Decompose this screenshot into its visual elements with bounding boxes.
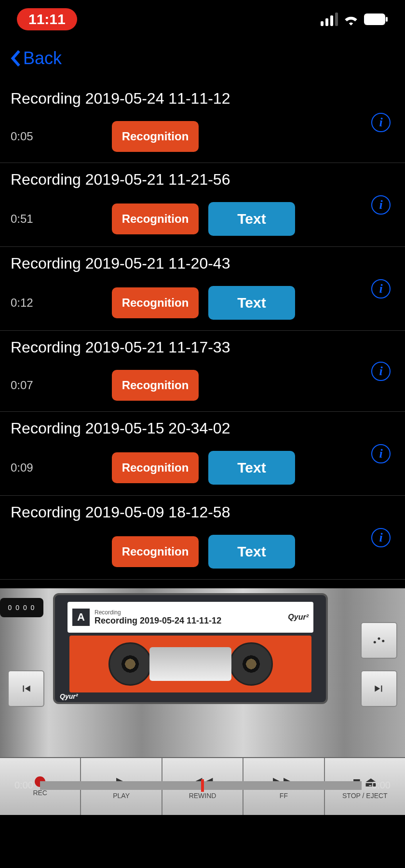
cassette: A Recording Recording 2019-05-24 11-11-1… (53, 593, 328, 704)
cassette-subtitle: Recording (94, 609, 288, 616)
back-label: Back (23, 48, 62, 68)
timeline-marker (201, 779, 204, 792)
svg-point-2 (374, 641, 376, 643)
recording-item[interactable]: Recording 2019-05-15 20-34-020:09Recogni… (0, 412, 405, 496)
text-button[interactable]: Text (208, 286, 295, 320)
text-button[interactable]: Text (208, 535, 295, 569)
timeline-track[interactable] (40, 781, 362, 790)
status-time: 11:11 (17, 8, 77, 30)
info-button[interactable]: i (371, 195, 391, 215)
battery-icon (364, 14, 388, 25)
recording-item[interactable]: Recording 2019-05-21 11-20-430:12Recogni… (0, 247, 405, 331)
recording-title: Recording 2019-05-21 11-20-43 (11, 255, 394, 272)
cassette-body (69, 636, 311, 692)
player-panel: 0 0 0 0 A Recording Recording 2019-05-24… (0, 588, 405, 757)
recording-item[interactable]: Recording 2019-05-21 11-21-560:51Recogni… (0, 163, 405, 247)
reel-left (108, 642, 152, 686)
recording-item[interactable]: Recording 2019-05-24 11-11-120:05Recogni… (0, 82, 405, 163)
recording-duration: 0:51 (11, 212, 107, 226)
recording-title: Recording 2019-05-21 11-17-33 (11, 339, 394, 356)
next-button[interactable] (361, 670, 397, 707)
sliders-icon (372, 633, 386, 648)
status-bar: 11:11 (0, 0, 405, 39)
recording-duration: 0:12 (11, 296, 107, 310)
info-button[interactable]: i (371, 113, 391, 132)
text-button[interactable]: Text (208, 451, 295, 485)
recording-item[interactable]: Recording 2019-05-21 11-17-330:07Recogni… (0, 331, 405, 412)
time-current: 0:00 (14, 780, 33, 791)
svg-point-3 (378, 637, 380, 640)
recording-title: Recording 2019-05-09 18-12-58 (11, 503, 394, 521)
mixer-button[interactable] (361, 622, 397, 659)
cassette-label: A Recording Recording 2019-05-24 11-11-1… (68, 602, 313, 633)
skip-next-icon (373, 682, 385, 695)
recording-duration: 0:09 (11, 461, 107, 475)
skip-prev-icon (20, 682, 32, 695)
cassette-window (149, 647, 231, 681)
svg-rect-1 (386, 17, 388, 22)
recognition-button[interactable]: Recognition (112, 536, 199, 567)
home-indicator-area (0, 815, 405, 868)
timeline: 0:00 -0:00 (0, 780, 405, 791)
cassette-side: A (72, 609, 90, 626)
cassette-logo: Qyur² (60, 692, 78, 700)
info-button[interactable]: i (371, 279, 391, 298)
recognition-button[interactable]: Recognition (112, 121, 199, 152)
info-button[interactable]: i (371, 362, 391, 381)
recording-duration: 0:05 (11, 130, 107, 143)
recognition-button[interactable]: Recognition (112, 370, 199, 401)
recordings-list: Recording 2019-05-24 11-11-120:05Recogni… (0, 82, 405, 580)
svg-point-4 (382, 640, 384, 642)
status-indicators (321, 13, 388, 26)
cellular-icon (321, 13, 338, 26)
nav-bar: Back (0, 39, 405, 82)
recognition-button[interactable]: Recognition (112, 203, 199, 234)
recording-title: Recording 2019-05-21 11-21-56 (11, 171, 394, 189)
time-remaining: -0:00 (368, 780, 391, 791)
recording-title: Recording 2019-05-15 20-34-02 (11, 420, 394, 437)
recording-duration: 0:07 (11, 379, 107, 392)
chevron-left-icon (10, 49, 21, 68)
info-button[interactable]: i (371, 528, 391, 547)
svg-rect-0 (364, 14, 385, 25)
text-button[interactable]: Text (208, 202, 295, 236)
recording-item[interactable]: Recording 2019-05-09 18-12-58Recognition… (0, 496, 405, 580)
recognition-button[interactable]: Recognition (112, 287, 199, 318)
cassette-title: Recording 2019-05-24 11-11-12 (94, 616, 288, 626)
recording-title: Recording 2019-05-24 11-11-12 (11, 90, 394, 108)
back-button[interactable]: Back (10, 48, 62, 68)
tape-counter: 0 0 0 0 (0, 598, 43, 617)
cassette-brand: Qyur² (288, 613, 309, 622)
wifi-icon (343, 13, 359, 26)
reel-right (230, 642, 273, 686)
info-button[interactable]: i (371, 444, 391, 463)
prev-button[interactable] (8, 670, 44, 707)
recognition-button[interactable]: Recognition (112, 452, 199, 483)
